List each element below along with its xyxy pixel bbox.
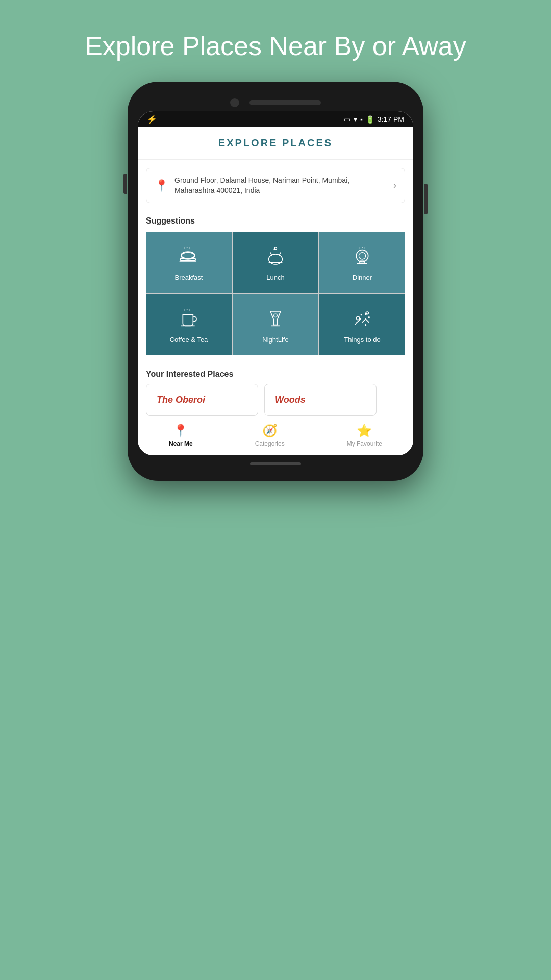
wifi-icon: ▾ [354, 115, 357, 124]
grid-item-coffee-tea[interactable]: Coffee & Tea [146, 294, 232, 355]
breakfast-label: Breakfast [175, 274, 203, 281]
near-me-label: Near Me [169, 440, 193, 447]
status-bar: ⚡ ▭ ▾ ▪ 🔋 3:17 PM [138, 111, 413, 127]
interested-label: Your Interested Places [146, 363, 405, 384]
nav-item-near-me[interactable]: 📍 Near Me [159, 422, 203, 449]
nightlife-label: NightLife [262, 336, 288, 344]
coffee-tea-icon [176, 306, 202, 332]
interested-card-woods[interactable]: Woods [264, 384, 377, 416]
phone-outer: ⚡ ▭ ▾ ▪ 🔋 3:17 PM EXPLORE PLACES 📍 Groun… [128, 82, 423, 481]
time-display: 3:17 PM [378, 115, 404, 124]
categories-icon: 🧭 [262, 424, 278, 438]
grid-item-lunch[interactable]: Lunch [233, 232, 318, 293]
home-bar [250, 462, 301, 465]
grid-item-dinner[interactable]: Dinner [319, 232, 405, 293]
svg-point-29 [365, 324, 366, 326]
interested-card-oberoi[interactable]: The Oberoi [146, 384, 258, 416]
camera-dot [230, 98, 239, 107]
location-bar[interactable]: 📍 Ground Floor, Dalamal House, Nariman P… [146, 168, 405, 203]
signal-icon: ▪ [360, 115, 363, 124]
app-title: EXPLORE PLACES [148, 137, 403, 149]
side-button-right [424, 184, 428, 214]
battery-icon: 🔋 [366, 115, 374, 124]
nightlife-icon [263, 306, 288, 332]
usb-icon: ⚡ [147, 114, 157, 124]
svg-point-17 [359, 252, 365, 259]
coffee-tea-label: Coffee & Tea [170, 336, 208, 344]
oberoi-name: The Oberoi [157, 395, 205, 405]
phone-screen: ⚡ ▭ ▾ ▪ 🔋 3:17 PM EXPLORE PLACES 📍 Groun… [138, 111, 413, 455]
speaker-bar [249, 100, 321, 105]
dinner-icon [349, 244, 375, 270]
phone-bottom [138, 455, 413, 471]
interested-section: Your Interested Places The Oberoi Woods [138, 363, 413, 416]
grid-item-things-to-do[interactable]: Things to do [319, 294, 405, 355]
nav-item-categories[interactable]: 🧭 Categories [245, 422, 295, 449]
dinner-label: Dinner [353, 274, 372, 281]
grid-item-breakfast[interactable]: Breakfast [146, 232, 232, 293]
location-arrow-icon: › [393, 180, 396, 191]
status-left: ⚡ [147, 114, 157, 124]
things-to-do-label: Things to do [344, 336, 381, 344]
location-address: Ground Floor, Dalamal House, Nariman Poi… [174, 176, 387, 195]
side-button-left [123, 174, 127, 194]
woods-name: Woods [275, 395, 306, 405]
lunch-icon [263, 244, 288, 270]
svg-point-26 [356, 316, 360, 320]
svg-point-16 [356, 250, 368, 261]
suggestions-grid: Breakfast Lunch [146, 232, 405, 355]
nav-item-my-favourite[interactable]: ⭐ My Favourite [337, 422, 392, 449]
status-right: ▭ ▾ ▪ 🔋 3:17 PM [344, 115, 404, 124]
lunch-label: Lunch [266, 274, 284, 281]
near-me-icon: 📍 [173, 424, 188, 438]
my-favourite-icon: ⭐ [357, 424, 372, 438]
suggestions-section: Suggestions Breakfast [138, 211, 413, 359]
my-favourite-label: My Favourite [347, 440, 382, 447]
things-to-do-icon [349, 306, 375, 332]
svg-point-30 [368, 316, 370, 318]
interested-cards: The Oberoi Woods [146, 384, 405, 416]
svg-point-28 [361, 314, 362, 315]
svg-point-24 [274, 314, 278, 317]
breakfast-icon [176, 244, 202, 270]
app-header: EXPLORE PLACES [138, 127, 413, 160]
page-headline: Explore Places Near By or Away [0, 0, 551, 82]
grid-item-nightlife[interactable]: NightLife [233, 294, 318, 355]
suggestions-label: Suggestions [146, 211, 405, 232]
location-pin-icon: 📍 [155, 179, 168, 192]
categories-label: Categories [255, 440, 285, 447]
camera-area [138, 92, 413, 111]
phone-icon: ▭ [344, 115, 350, 124]
bottom-nav: 📍 Near Me 🧭 Categories ⭐ My Favourite [138, 416, 413, 455]
